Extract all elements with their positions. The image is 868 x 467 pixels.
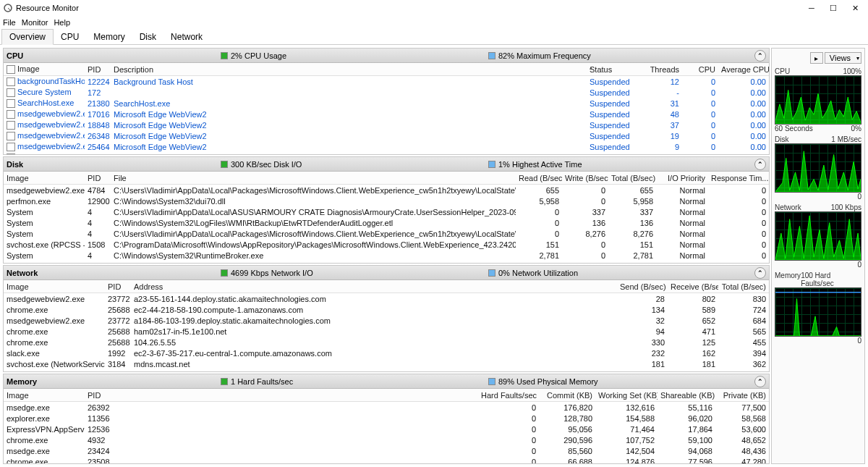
tab-network[interactable]: Network xyxy=(163,30,210,44)
minimize-button[interactable]: ─ xyxy=(801,1,822,14)
window-title: Resource Monitor xyxy=(16,4,79,12)
disk-title: Disk xyxy=(7,160,79,169)
mem-used-indicator xyxy=(488,378,495,385)
views-dropdown[interactable]: Views xyxy=(825,52,861,64)
table-row[interactable]: msedgewebview2.exe 15540Microsoft Edge W… xyxy=(4,152,769,154)
title-bar: Resource Monitor ─ ☐ ✕ xyxy=(0,0,868,16)
chart-pane: ▸ Views CPU100% 60 Seconds0% Disk1 MB/se… xyxy=(771,48,865,464)
table-row[interactable]: msedge.exe23720C:\Users\Vladimir\AppData… xyxy=(4,261,769,263)
network-header[interactable]: Network 4699 Kbps Network I/O 0% Network… xyxy=(4,266,769,280)
checkbox-icon[interactable] xyxy=(7,77,15,86)
table-row[interactable]: msedgewebview2.exe23772a184-86-103-199.d… xyxy=(4,315,769,326)
table-row[interactable]: msedge.exe26392 0176,820132,616 55,11677… xyxy=(4,402,769,413)
chart-canvas xyxy=(775,287,861,337)
table-row[interactable]: SearchHost.exe 21380SearchHost.exe Suspe… xyxy=(4,98,769,109)
checkbox-icon[interactable] xyxy=(7,121,15,130)
net-util-indicator xyxy=(488,269,495,277)
table-row[interactable]: backgroundTaskHost.exe 12224Background T… xyxy=(4,76,769,87)
table-row[interactable]: chrome.exe23508 066,688124,876 77,59647,… xyxy=(4,456,769,463)
maximize-button[interactable]: ☐ xyxy=(823,1,843,14)
table-row[interactable]: ExpressVPN.AppService.exe12536 095,05671… xyxy=(4,424,769,434)
table-row[interactable]: perfmon.exe12900C:\Windows\System32\dui7… xyxy=(4,195,769,206)
table-row[interactable]: Secure System 172 Suspended- 00.00 xyxy=(4,87,769,98)
network-title: Network xyxy=(7,269,79,277)
table-row[interactable]: chrome.exe25688ec2-44-218-58-190.compute… xyxy=(4,304,769,315)
cpu-freq-indicator xyxy=(488,52,495,59)
memory-title: Memory xyxy=(7,377,79,386)
svg-line-1 xyxy=(8,8,10,10)
cpu-columns: Image PID Description Status Threads CPU… xyxy=(4,63,769,76)
chart-cpu: CPU100% 60 Seconds0% xyxy=(775,67,861,132)
table-row[interactable]: svchost.exe (RPCSS -p)1508C:\ProgramData… xyxy=(4,239,769,250)
table-row[interactable]: svchost.exe (NetworkService -p)3184mdns.… xyxy=(4,358,769,369)
chart-memory: Memory100 Hard Faults/sec 0 xyxy=(775,272,861,345)
collapse-icon[interactable]: ⌃ xyxy=(754,376,766,387)
checkbox-icon[interactable] xyxy=(7,65,15,74)
table-row[interactable]: System4C:\Windows\System32\LogFiles\WMI\… xyxy=(4,217,769,228)
table-row[interactable]: System4C:\Windows\System32\RuntimeBroker… xyxy=(4,250,769,261)
checkbox-icon[interactable] xyxy=(7,110,15,119)
table-row[interactable]: msedgewebview2.exe 26348Microsoft Edge W… xyxy=(4,130,769,141)
chart-network: Network100 Kbps 0 xyxy=(775,203,861,269)
menu-help[interactable]: Help xyxy=(54,18,70,27)
menu-bar: File Monitor Help xyxy=(0,16,868,29)
chart-nav-button[interactable]: ▸ xyxy=(810,52,823,64)
table-row[interactable]: msedge.exe23424 085,560142,504 94,06848,… xyxy=(4,445,769,456)
checkbox-icon[interactable] xyxy=(7,132,15,140)
app-icon xyxy=(3,3,13,13)
tab-cpu[interactable]: CPU xyxy=(54,30,86,44)
collapse-icon[interactable]: ⌃ xyxy=(754,267,766,279)
table-row[interactable]: chrome.exe25688ham11s07-in-f14.1e100.net… xyxy=(4,369,769,371)
cpu-header[interactable]: CPU 2% CPU Usage 82% Maximum Frequency ⌃ xyxy=(4,49,769,63)
table-row[interactable]: System4C:\Users\Vladimir\AppData\Local\P… xyxy=(4,228,769,239)
table-row[interactable]: msedgewebview2.exe 25464Microsoft Edge W… xyxy=(4,141,769,152)
mem-hf-indicator xyxy=(221,378,228,385)
cpu-usage-text: 2% CPU Usage xyxy=(231,51,286,60)
close-button[interactable]: ✕ xyxy=(845,1,865,14)
chart-canvas xyxy=(775,211,861,261)
network-columns: Image PID Address Send (B/sec) Receive (… xyxy=(4,280,769,293)
tab-bar: Overview CPU Memory Disk Network xyxy=(0,29,868,45)
table-row[interactable]: chrome.exe4932 0290,596107,752 59,10048,… xyxy=(4,434,769,445)
table-row[interactable]: msedgewebview2.exe 17016Microsoft Edge W… xyxy=(4,109,769,119)
memory-columns: Image PID Hard Faults/sec Commit (KB) Wo… xyxy=(4,389,769,402)
net-io-indicator xyxy=(221,269,228,277)
sort-icon: ▴ xyxy=(590,64,592,71)
network-section: Network 4699 Kbps Network I/O 0% Network… xyxy=(3,265,770,372)
table-row[interactable]: slack.exe1992ec2-3-67-35-217.eu-central-… xyxy=(4,348,769,358)
disk-active-indicator xyxy=(488,161,495,168)
disk-columns: Image PID File Read (B/sec) Write (B/sec… xyxy=(4,172,769,185)
chart-disk: Disk1 MB/sec 0 xyxy=(775,135,861,201)
memory-header[interactable]: Memory 1 Hard Faults/sec 89% Used Physic… xyxy=(4,374,769,389)
collapse-icon[interactable]: ⌃ xyxy=(754,159,766,170)
table-row[interactable]: System4C:\Users\Vladimir\AppData\Local\A… xyxy=(4,206,769,217)
table-row[interactable]: msedgewebview2.exe23772a23-55-161-144.de… xyxy=(4,293,769,304)
disk-io-indicator xyxy=(221,161,228,168)
checkbox-icon[interactable] xyxy=(7,88,15,97)
table-row[interactable]: chrome.exe25688104.26.5.55 330125455 xyxy=(4,337,769,348)
cpu-usage-indicator xyxy=(221,52,228,59)
tab-disk[interactable]: Disk xyxy=(132,30,163,44)
cpu-title: CPU xyxy=(7,51,79,60)
table-row[interactable]: msedgewebview2.exe 18848Microsoft Edge W… xyxy=(4,119,769,130)
checkbox-icon[interactable] xyxy=(7,143,15,151)
cpu-section: CPU 2% CPU Usage 82% Maximum Frequency ⌃… xyxy=(3,48,770,155)
menu-monitor[interactable]: Monitor xyxy=(22,18,48,27)
tab-memory[interactable]: Memory xyxy=(86,30,132,44)
memory-section: Memory 1 Hard Faults/sec 89% Used Physic… xyxy=(3,374,770,464)
table-row[interactable]: explorer.exe11356 0128,780154,588 96,020… xyxy=(4,413,769,424)
disk-section: Disk 300 KB/sec Disk I/O 1% Highest Acti… xyxy=(3,156,770,264)
checkbox-icon[interactable] xyxy=(7,153,15,154)
cpu-freq-text: 82% Maximum Frequency xyxy=(498,51,591,60)
checkbox-icon[interactable] xyxy=(7,99,15,108)
chart-canvas xyxy=(775,143,861,193)
table-row[interactable]: chrome.exe25688ham02s17-in-f5.1e100.net … xyxy=(4,326,769,337)
tab-overview[interactable]: Overview xyxy=(1,29,54,45)
disk-header[interactable]: Disk 300 KB/sec Disk I/O 1% Highest Acti… xyxy=(4,157,769,172)
chart-canvas xyxy=(775,75,861,125)
table-row[interactable]: msedgewebview2.exe4784C:\Users\Vladimir\… xyxy=(4,185,769,195)
collapse-icon[interactable]: ⌃ xyxy=(754,50,766,62)
menu-file[interactable]: File xyxy=(3,18,16,27)
